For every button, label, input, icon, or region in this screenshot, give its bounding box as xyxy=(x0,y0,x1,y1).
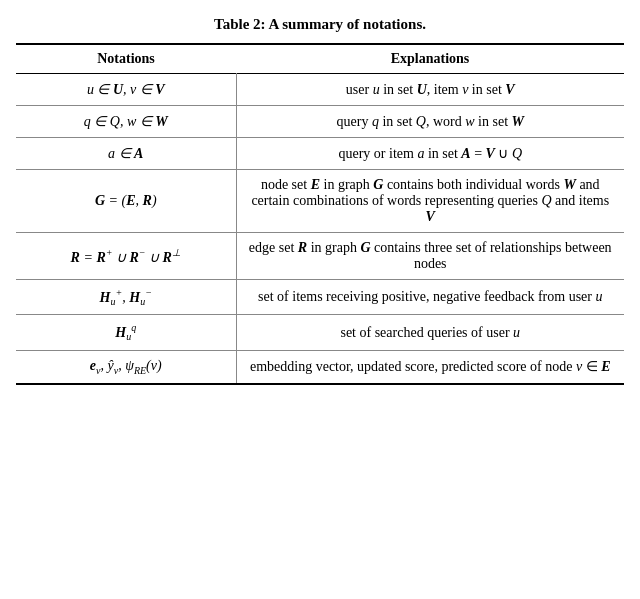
notations-table: Notations Explanations u ∈ U, v ∈ Vuser … xyxy=(16,43,624,385)
table-row: G = (E, R)node set E in graph G contains… xyxy=(16,170,624,233)
table-row: a ∈ Aquery or item a in set A = V ∪ Q xyxy=(16,138,624,170)
explanation-cell: set of searched queries of user u xyxy=(236,315,624,350)
notations-header: Notations xyxy=(16,44,236,74)
notation-cell: a ∈ A xyxy=(16,138,236,170)
table-row: ev, ŷv, ψRE(v)embedding vector, updated … xyxy=(16,350,624,383)
table-row: q ∈ Q, w ∈ Wquery q in set Q, word w in … xyxy=(16,106,624,138)
explanation-cell: set of items receiving positive, negativ… xyxy=(236,280,624,315)
notation-cell: q ∈ Q, w ∈ W xyxy=(16,106,236,138)
notation-cell: u ∈ U, v ∈ V xyxy=(16,74,236,106)
page-container: Table 2: A summary of notations. Notatio… xyxy=(16,16,624,385)
notation-cell: Hu+, Hu− xyxy=(16,280,236,315)
table-row: R = R+ ∪ R− ∪ R⊥edge set R in graph G co… xyxy=(16,233,624,280)
table-row: Huqset of searched queries of user u xyxy=(16,315,624,350)
table-title: Table 2: A summary of notations. xyxy=(16,16,624,33)
table-body: u ∈ U, v ∈ Vuser u in set U, item v in s… xyxy=(16,74,624,384)
table-row: u ∈ U, v ∈ Vuser u in set U, item v in s… xyxy=(16,74,624,106)
notation-cell: R = R+ ∪ R− ∪ R⊥ xyxy=(16,233,236,280)
notation-cell: ev, ŷv, ψRE(v) xyxy=(16,350,236,383)
explanation-cell: query q in set Q, word w in set W xyxy=(236,106,624,138)
explanation-cell: user u in set U, item v in set V xyxy=(236,74,624,106)
table-row: Hu+, Hu−set of items receiving positive,… xyxy=(16,280,624,315)
explanation-cell: query or item a in set A = V ∪ Q xyxy=(236,138,624,170)
explanation-cell: node set E in graph G contains both indi… xyxy=(236,170,624,233)
explanations-header: Explanations xyxy=(236,44,624,74)
explanation-cell: edge set R in graph G contains three set… xyxy=(236,233,624,280)
notation-cell: G = (E, R) xyxy=(16,170,236,233)
explanation-cell: embedding vector, updated score, predict… xyxy=(236,350,624,383)
table-header-row: Notations Explanations xyxy=(16,44,624,74)
notation-cell: Huq xyxy=(16,315,236,350)
